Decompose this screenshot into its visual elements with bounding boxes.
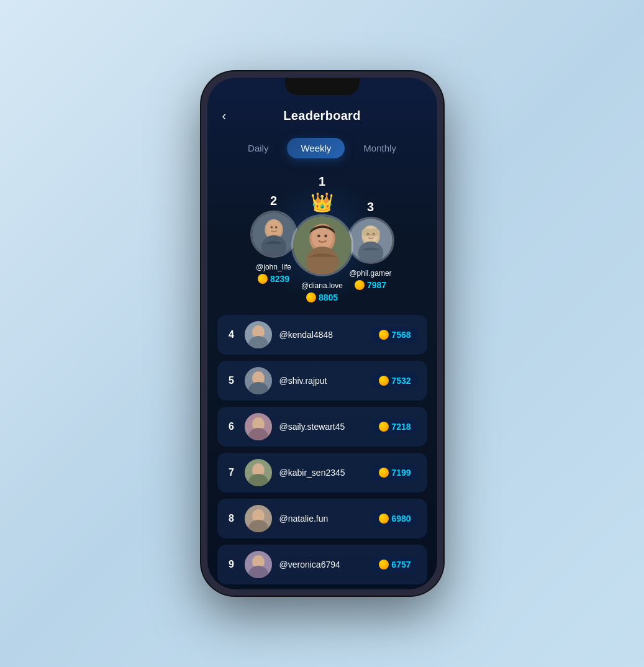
list-score-wrap: 7532 — [371, 373, 418, 389]
list-item: 8 @natalie.fun 6980 — [217, 499, 427, 538]
leaderboard-list: 4 @kendal4848 7568 5 @shiv.rajput 7532 — [207, 315, 437, 589]
list-avatar — [245, 459, 272, 486]
list-item: 4 @kendal4848 7568 — [217, 315, 427, 355]
score-second: 8239 — [258, 274, 289, 284]
coin-icon-list — [379, 376, 389, 386]
avatar-first — [291, 214, 353, 276]
list-score: 7532 — [391, 376, 410, 386]
coin-icon-first — [306, 293, 316, 302]
list-score-wrap: 7218 — [371, 419, 418, 435]
username-third: @phil.gamer — [349, 269, 391, 278]
list-rank: 6 — [226, 421, 237, 432]
svg-rect-18 — [365, 234, 376, 237]
rank-2: 2 — [270, 194, 277, 208]
score-value-third: 7987 — [367, 280, 386, 290]
list-rank: 5 — [226, 375, 237, 386]
list-rank: 4 — [226, 329, 237, 340]
list-score-wrap: 6757 — [371, 556, 418, 573]
avatar-second — [250, 211, 297, 258]
list-score: 6757 — [391, 560, 410, 569]
list-rank: 9 — [226, 559, 237, 570]
list-username: @veronica6794 — [279, 560, 365, 569]
coin-icon-list — [379, 330, 389, 340]
username-second: @john_life — [256, 263, 291, 271]
coin-icon-third — [355, 280, 365, 290]
rank-1: 1 — [319, 175, 325, 189]
list-username: @shiv.rajput — [279, 376, 365, 386]
tab-bar: Daily Weekly Monthly — [207, 133, 437, 168]
avatar-third — [347, 217, 394, 264]
coin-icon-list — [379, 422, 389, 432]
coin-icon-second — [258, 274, 268, 284]
list-item: 6 @saily.stewart45 7218 — [217, 407, 427, 447]
list-item: 9 @veronica6794 6757 — [217, 545, 427, 584]
svg-point-3 — [270, 226, 273, 229]
crown-icon: 👑 — [311, 191, 333, 213]
rank-3: 3 — [367, 200, 374, 214]
tab-monthly[interactable]: Monthly — [350, 138, 410, 158]
list-avatar — [245, 505, 272, 532]
coin-icon-list — [379, 514, 389, 524]
svg-point-4 — [274, 226, 277, 229]
svg-point-9 — [317, 235, 320, 238]
coin-icon-list — [379, 468, 389, 478]
list-avatar — [245, 321, 272, 348]
podium-first: 1 👑 @diana.love — [291, 175, 353, 302]
phone-notch — [285, 78, 360, 95]
score-third: 7987 — [355, 280, 386, 290]
list-score-wrap: 6980 — [371, 510, 418, 527]
phone-frame: ‹ Leaderboard Daily Weekly Monthly 2 — [201, 71, 443, 596]
list-rank: 8 — [226, 513, 237, 524]
podium-third: 3 @phil.gamer — [347, 200, 394, 290]
list-score: 6980 — [391, 514, 410, 524]
tab-daily[interactable]: Daily — [234, 138, 282, 158]
podium-second: 2 @john_life 8239 — [250, 194, 297, 284]
svg-point-10 — [324, 235, 327, 238]
coin-icon-list — [379, 560, 389, 569]
list-avatar — [245, 413, 272, 440]
tab-weekly[interactable]: Weekly — [287, 138, 345, 158]
back-button[interactable]: ‹ — [222, 109, 242, 123]
phone-screen: ‹ Leaderboard Daily Weekly Monthly 2 — [207, 78, 437, 589]
score-first: 8805 — [306, 293, 338, 302]
list-username: @natalie.fun — [279, 514, 365, 524]
list-avatar — [245, 551, 272, 578]
username-first: @diana.love — [301, 281, 343, 290]
score-value-second: 8239 — [270, 274, 289, 284]
list-rank: 7 — [226, 467, 237, 478]
page-title: Leaderboard — [242, 109, 402, 123]
list-score: 7218 — [391, 422, 410, 432]
list-score-wrap: 7568 — [371, 327, 418, 343]
list-username: @kabir_sen2345 — [279, 468, 365, 478]
list-score: 7568 — [391, 330, 410, 340]
podium: 2 @john_life 8239 — [207, 168, 437, 315]
list-item: 5 @shiv.rajput 7532 — [217, 361, 427, 401]
list-username: @saily.stewart45 — [279, 422, 365, 432]
list-avatar — [245, 367, 272, 394]
score-value-first: 8805 — [319, 293, 338, 302]
list-username: @kendal4848 — [279, 330, 365, 340]
list-item: 7 @kabir_sen2345 7199 — [217, 453, 427, 492]
svg-point-2 — [266, 220, 281, 237]
list-score-wrap: 7199 — [371, 465, 418, 481]
list-score: 7199 — [391, 468, 410, 478]
